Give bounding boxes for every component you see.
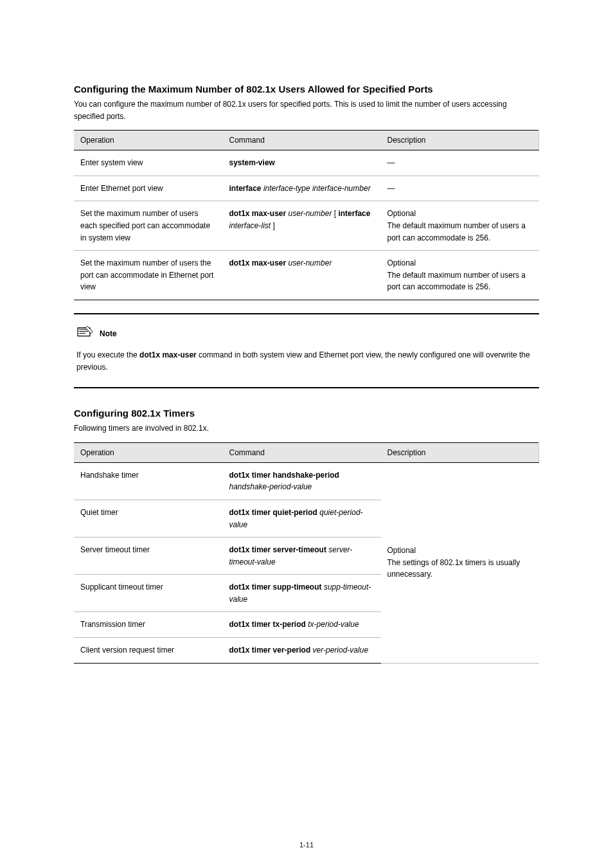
cell-command: dot1x timer ver-period ver-period-value	[223, 638, 381, 664]
note-icon	[76, 325, 94, 343]
cell-command: dot1x max-user user-number	[223, 251, 381, 300]
cell-description: —	[381, 176, 539, 201]
cell-operation: Enter Ethernet port view	[74, 176, 223, 201]
note-text: If you execute the dot1x max-user comman…	[76, 349, 537, 373]
cmd-arg: ver-period-value	[313, 646, 369, 655]
note-text-part: If you execute the	[76, 350, 139, 359]
section-heading: Configuring the Maximum Number of 802.1x…	[74, 84, 539, 95]
cmd-keyword: dot1x timer	[229, 471, 271, 480]
cell-operation: Transmission timer	[74, 612, 223, 638]
cmd-keyword: dot1x timer supp-timeout	[229, 583, 322, 592]
cell-description: Optional The default maximum number of u…	[381, 201, 539, 251]
cell-command: dot1x timer handshake-period handshake-p…	[223, 462, 381, 500]
cmd-arg: user-number	[289, 209, 332, 218]
cmd-arg: interface-type interface-number	[263, 184, 371, 193]
page-number: 1-11	[0, 841, 613, 849]
table-row: Operation Command Description	[74, 442, 539, 462]
cell-operation: Quiet timer	[74, 500, 223, 537]
cell-operation: Supplicant timeout timer	[74, 575, 223, 612]
table-maxusers: Operation Command Description Enter syst…	[74, 130, 539, 300]
table-timers: Operation Command Description Handshake …	[74, 442, 539, 664]
cell-command: system-view	[223, 150, 381, 176]
cmd-keyword: dot1x timer quiet-period	[229, 508, 317, 517]
col-description: Description	[381, 442, 539, 462]
cell-operation: Set the maximum number of users the port…	[74, 251, 223, 300]
cmd-arg: handshake-period-value	[229, 482, 312, 491]
cell-operation: Handshake timer	[74, 462, 223, 500]
cmd-keyword: dot1x timer ver-period	[229, 646, 311, 655]
cmd-bracket: ]	[273, 221, 275, 230]
col-operation: Operation	[74, 442, 223, 462]
cell-command: dot1x timer tx-period tx-period-value	[223, 612, 381, 638]
intro-paragraph: You can configure the maximum number of …	[74, 98, 539, 122]
col-description: Description	[381, 131, 539, 150]
cell-command: dot1x timer server-timeout server-timeou…	[223, 538, 381, 575]
cell-operation: Set the maximum number of users each spe…	[74, 201, 223, 251]
cell-description: —	[381, 150, 539, 176]
cmd-arg: tx-period-value	[308, 620, 359, 629]
col-command: Command	[223, 131, 381, 150]
cmd-keyword: dot1x timer tx-period	[229, 620, 306, 629]
cmd-arg: interface-list	[229, 221, 271, 230]
table-row: Enter Ethernet port view interface inter…	[74, 176, 539, 201]
table-row: Set the maximum number of users the port…	[74, 251, 539, 300]
cell-description: Optional The settings of 802.1x timers i…	[381, 462, 539, 663]
cmd-keyword: dot1x max-user	[229, 209, 287, 218]
table-row: Handshake timer dot1x timer handshake-pe…	[74, 462, 539, 500]
table-row: Operation Command Description	[74, 131, 539, 150]
cmd-bracket: [	[334, 209, 336, 218]
cmd-keyword: dot1x timer server-timeout	[229, 545, 326, 554]
cell-description: Optional The default maximum number of u…	[381, 251, 539, 300]
cmd-keyword: dot1x max-user	[139, 350, 197, 359]
cell-command: dot1x max-user user-number [ interface i…	[223, 201, 381, 251]
table-row: Set the maximum number of users each spe…	[74, 201, 539, 251]
col-command: Command	[223, 442, 381, 462]
section2-paragraph: Following timers are involved in 802.1x.	[74, 422, 539, 435]
cmd-arg: user-number	[289, 258, 332, 267]
note-box: Note If you execute the dot1x max-user c…	[74, 313, 539, 388]
col-operation: Operation	[74, 131, 223, 150]
cmd-keyword: dot1x max-user	[229, 258, 287, 267]
cell-command: dot1x timer supp-timeout supp-timeout-va…	[223, 575, 381, 612]
note-label: Note	[100, 329, 117, 338]
table-row: Enter system view system-view —	[74, 150, 539, 176]
cmd-keyword: interface	[229, 184, 262, 193]
cmd-keyword: handshake-period	[273, 471, 339, 480]
cell-command: dot1x timer quiet-period quiet-period-va…	[223, 500, 381, 537]
cell-operation: Server timeout timer	[74, 538, 223, 575]
section2-heading: Configuring 802.1x Timers	[74, 408, 539, 419]
cmd-keyword: interface	[338, 209, 370, 218]
cell-operation: Enter system view	[74, 150, 223, 176]
cell-command: interface interface-type interface-numbe…	[223, 176, 381, 201]
cell-operation: Client version request timer	[74, 638, 223, 664]
